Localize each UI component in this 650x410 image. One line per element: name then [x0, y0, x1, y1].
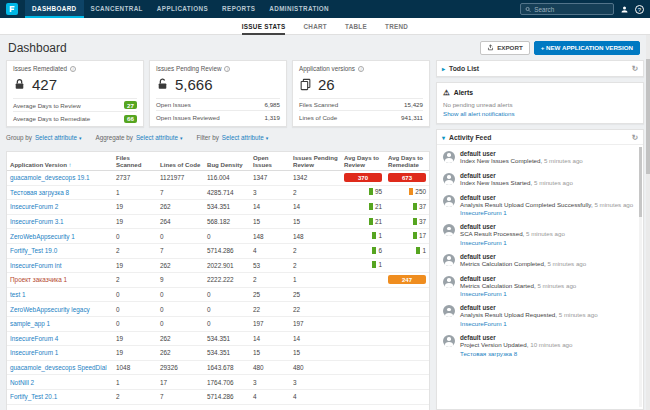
card-main: 26 — [299, 72, 423, 98]
app-version-link[interactable]: Fortify_Test 20.1 — [10, 393, 57, 400]
scrollbar-thumb[interactable] — [639, 147, 642, 217]
user-avatar-icon — [443, 151, 455, 163]
app-version-link[interactable]: Тестовая загрузка 8 — [10, 189, 69, 196]
summary-card-application-versions: Application versionsi26Files Scanned15,4… — [292, 60, 430, 127]
files-scanned-cell: 2 — [113, 389, 157, 404]
activity-text: Metrics Calculation Completed, 5 minutes… — [460, 260, 586, 268]
activity-version-link[interactable]: Тестовая загрузка 8 — [460, 350, 517, 357]
app-version-cell: test 1 — [7, 287, 113, 302]
activity-time: 10 minutes ago — [530, 341, 572, 348]
lock-open-icon — [156, 78, 169, 92]
user-avatar-icon — [443, 276, 455, 288]
search-input[interactable] — [534, 6, 609, 13]
files-scanned-cell: 0 — [113, 302, 157, 317]
topnav-item-applications[interactable]: APPLICATIONS — [150, 0, 215, 18]
days-badge: 673 — [388, 173, 426, 182]
app-version-link[interactable]: InsecureForum int — [10, 262, 62, 269]
new-application-version-button[interactable]: + NEW APPLICATION VERSION — [534, 41, 640, 55]
column-header-issues-pending-review[interactable]: Issues Pending Review — [290, 152, 341, 171]
app-version-link[interactable]: InsecureForum 1 — [10, 349, 58, 356]
tab-trend[interactable]: TREND — [385, 18, 408, 35]
table-row: test 10002525 — [7, 287, 429, 302]
issues-pending-review-cell: 15 — [290, 214, 341, 229]
column-header-lines-of-code[interactable]: Lines of Code — [157, 152, 204, 171]
alerts-header: ⚠ Alerts — [443, 88, 637, 97]
app-version-link[interactable]: Проект заказчика 1 — [10, 276, 67, 283]
avg-review-cell — [341, 389, 385, 404]
export-button[interactable]: EXPORT — [480, 41, 529, 55]
column-header-bug-density[interactable]: Bug Density — [204, 152, 250, 171]
refresh-icon[interactable]: ↻ — [632, 133, 638, 142]
topnav-item-reports[interactable]: REPORTS — [215, 0, 262, 18]
app-version-link[interactable]: ZeroWebAppsecurity legacy — [10, 306, 90, 313]
filter-select[interactable]: Select attribute▾ — [136, 134, 183, 141]
user-icon[interactable] — [620, 5, 629, 14]
tab-chart[interactable]: CHART — [303, 18, 327, 35]
application-versions-table: Application Version ↑Files ScannedLines … — [6, 151, 430, 410]
app-version-link[interactable]: NotNill 2 — [10, 379, 34, 386]
issues-pending-review-cell: 1342 — [290, 171, 341, 186]
app-version-link[interactable]: InsecureForum 4 — [10, 335, 58, 342]
avg-remediate-cell — [385, 346, 429, 361]
column-header-avg-days-to-review[interactable]: Avg Days to Review — [341, 152, 385, 171]
todo-list-header[interactable]: ▸ Todo List ↻ — [437, 61, 643, 76]
app-version-link[interactable]: test 1 — [10, 291, 26, 298]
topnav-item-administration[interactable]: ADMINISTRATION — [262, 0, 336, 18]
filter-select[interactable]: Select attribute▾ — [35, 134, 82, 141]
table-row: InsecureForum 219262534.35114142137 — [7, 200, 429, 215]
app-version-cell: InsecureForum 3.1 — [7, 214, 113, 229]
issues-pending-review-cell: 25 — [290, 287, 341, 302]
activity-text: Analysis Result Upload Completed Success… — [460, 201, 633, 209]
app-version-link[interactable]: guacamole_devsecops SpeedDial — [10, 364, 107, 371]
bug-density-cell: 534.351 — [204, 346, 250, 361]
page-actions: EXPORT + NEW APPLICATION VERSION — [480, 41, 640, 55]
issues-pending-review-cell: 2 — [290, 258, 341, 273]
page-scrollbar[interactable] — [646, 35, 650, 410]
app-version-link[interactable]: InsecureForum 2 — [10, 203, 58, 210]
app-version-link[interactable]: ZeroWebAppsecurity 1 — [10, 233, 75, 240]
issues-pending-review-cell: 3 — [290, 375, 341, 390]
tab-issue-stats[interactable]: ISSUE STATS — [242, 18, 286, 35]
card-main: 427 — [13, 72, 137, 98]
app-version-cell: ZeroWebAppsecurity legacy — [7, 302, 113, 317]
topnav-item-scancentral[interactable]: SCANCENTRAL — [84, 0, 150, 18]
chevron-down-icon: ▾ — [442, 134, 445, 141]
bug-density-cell: 1643.678 — [204, 360, 250, 375]
files-scanned-cell: 2 — [113, 273, 157, 288]
app-version-link[interactable]: sample_app 1 — [10, 320, 50, 327]
activity-scrollbar[interactable] — [639, 147, 642, 407]
stat-label: Lines of Code — [299, 114, 337, 121]
filter-select[interactable]: Select attribute▾ — [222, 134, 269, 141]
files-scanned-cell: 0 — [113, 287, 157, 302]
search-box[interactable] — [520, 3, 614, 15]
app-version-cell: InsecureForum 1 — [7, 346, 113, 361]
bug-density-cell: 568.182 — [204, 214, 250, 229]
activity-version-link[interactable]: InsecureForum 1 — [460, 209, 507, 216]
help-icon[interactable]: ? — [635, 5, 644, 14]
column-header-open-issues[interactable]: Open Issues — [250, 152, 290, 171]
app-version-link[interactable]: InsecureForum 3.1 — [10, 218, 64, 225]
topnav-item-dashboard[interactable]: DASHBOARD — [25, 0, 84, 18]
column-header-files-scanned[interactable]: Files Scanned — [113, 152, 157, 171]
activity-version-link[interactable]: InsecureForum 1 — [460, 239, 507, 246]
stat-label: Average Days to Review — [13, 102, 81, 109]
scrollbar-thumb[interactable] — [646, 59, 650, 174]
app-version-cell: Тестовая загрузка 8 — [7, 185, 113, 200]
tab-table[interactable]: TABLE — [345, 18, 367, 35]
activity-version-link[interactable]: InsecureForum 1 — [460, 290, 507, 297]
days-bar — [413, 203, 417, 210]
bug-density-cell: 534.351 — [204, 331, 250, 346]
show-all-alerts-link[interactable]: Show all alert notifications — [443, 110, 515, 117]
column-header-avg-days-to-remediate[interactable]: Avg Days to Remediate — [385, 152, 429, 171]
lines-of-code-cell: 1121977 — [157, 171, 204, 186]
app-version-link[interactable]: guacamole_devsecops 19.1 — [10, 174, 90, 181]
refresh-icon[interactable]: ↻ — [632, 64, 638, 73]
app-version-link[interactable]: Fortify_Test 19.0 — [10, 247, 57, 254]
activity-feed-header[interactable]: ▾ Activity Feed ↻ — [437, 130, 643, 145]
activity-body: default userIndex New Issues Started, 5 … — [460, 172, 573, 187]
avg-review-cell: 21 — [341, 200, 385, 215]
activity-version-link[interactable]: InsecureForum 1 — [460, 320, 507, 327]
filter-group-group-by: Group bySelect attribute▾ — [6, 134, 81, 141]
avg-remediate-cell — [385, 302, 429, 317]
column-header-application-version[interactable]: Application Version ↑ — [7, 152, 113, 171]
